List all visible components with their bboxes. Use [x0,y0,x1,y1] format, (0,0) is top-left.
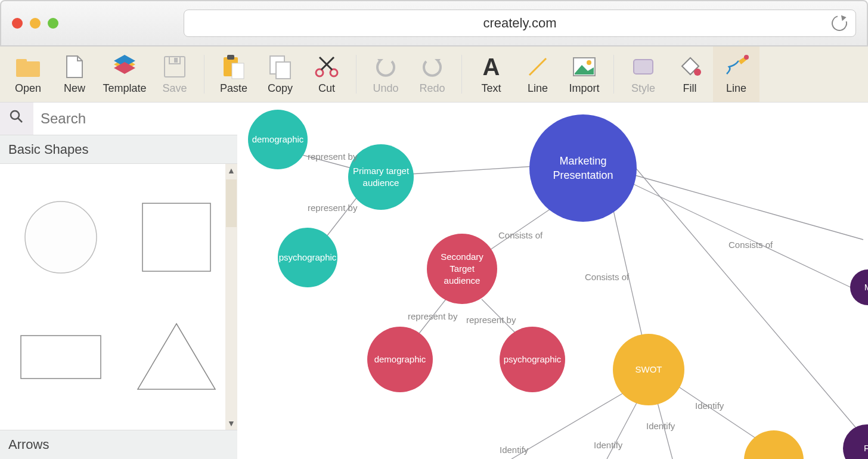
arrows-label: Arrows [8,437,49,452]
line-button[interactable]: Line [713,46,760,102]
pencil-icon [723,54,749,80]
node-marketing-presentation[interactable]: Marketing Presentation [529,114,637,222]
copy-label: Copy [268,82,293,95]
svg-rect-24 [21,336,101,379]
paste-button[interactable]: Paste [210,46,257,102]
node-label: SWOT [636,364,662,376]
node-psychographic2[interactable]: psychographic [500,327,565,392]
edge-label: Identify [695,401,724,411]
rectangle-shape[interactable] [6,300,116,413]
undo-label: Undo [373,82,398,95]
svg-rect-1 [16,59,27,65]
fill-label: Fill [683,82,697,95]
edge-label: Consists of [498,230,542,240]
search-icon[interactable] [0,109,33,129]
open-label: Open [15,82,41,95]
save-button[interactable]: Save [151,46,198,102]
paste-icon [221,54,246,80]
edge-label: Identify [500,445,528,455]
scroll-thumb[interactable] [226,179,237,227]
circle-shape[interactable] [6,181,116,294]
node-label: P [864,442,868,454]
svg-line-12 [321,57,334,70]
redo-button[interactable]: Redo [409,46,455,102]
redo-icon [420,54,444,80]
scroll-down-icon[interactable]: ▼ [227,417,235,430]
edge-label: Consists of [585,272,629,282]
sidebar: Basic Shapes ▲ ▼ Arrows [0,103,237,459]
canvas[interactable]: demographic Primary target audience psyc… [237,103,868,459]
window-controls [12,18,58,29]
svg-point-20 [11,111,19,119]
square-shape[interactable] [122,181,231,294]
basic-shapes-header[interactable]: Basic Shapes [0,135,237,164]
import-icon [571,54,597,80]
undo-button[interactable]: Undo [362,46,409,102]
svg-point-22 [25,201,97,273]
node-label: demographic [374,353,426,365]
new-button[interactable]: New [51,46,98,102]
line-tool-button[interactable]: Line [514,46,561,102]
scroll-up-icon[interactable]: ▲ [227,164,235,177]
svg-line-14 [529,58,546,75]
import-button[interactable]: Import [561,46,607,102]
close-window-icon[interactable] [12,18,23,29]
svg-line-30 [631,174,863,240]
shapes-panel: ▲ ▼ [0,164,237,430]
fill-icon [677,54,702,80]
style-button[interactable]: Style [620,46,666,102]
minimize-window-icon[interactable] [30,18,41,29]
node-label: Secondary Target audience [430,251,494,287]
paste-label: Paste [220,82,247,95]
node-psychographic1[interactable]: psychographic [278,228,337,287]
basic-shapes-label: Basic Shapes [8,142,89,157]
svg-line-21 [18,118,22,122]
new-label: New [64,82,85,95]
separator [461,55,462,94]
edge-label: Consists of [728,240,773,250]
arrows-header[interactable]: Arrows [0,430,237,459]
url-text: creately.com [483,15,556,31]
save-label: Save [162,82,187,95]
cut-button[interactable]: Cut [303,46,350,102]
triangle-shape[interactable] [122,300,231,413]
save-icon [163,54,186,80]
svg-point-18 [694,69,701,76]
svg-rect-4 [174,58,178,63]
node-demographic1[interactable]: demographic [248,110,308,169]
separator [356,55,356,94]
copy-button[interactable]: Copy [257,46,303,102]
reload-icon[interactable] [829,13,850,34]
node-demographic2[interactable]: demographic [367,327,433,392]
toolbar: Open New Template Save Paste Copy C [0,46,868,103]
shapes-scrollbar[interactable]: ▲ ▼ [225,164,237,430]
address-bar[interactable]: creately.com [184,10,856,37]
line-label: Line [726,82,746,95]
edge-label: represent by [466,315,516,325]
separator [613,55,614,94]
template-button[interactable]: Template [98,46,151,102]
open-button[interactable]: Open [5,46,51,102]
maximize-window-icon[interactable] [48,18,58,29]
text-button[interactable]: A Text [468,46,514,102]
scissors-icon [314,54,340,80]
node-label: M [864,281,868,293]
node-secondary-audience[interactable]: Secondary Target audience [427,234,497,304]
edge-label: represent by [308,151,357,162]
node-label: demographic [252,134,304,145]
cut-label: Cut [318,82,335,95]
node-label: Marketing Presentation [533,154,633,183]
svg-line-36 [672,383,762,442]
line-tool-label: Line [528,82,548,95]
svg-rect-17 [634,60,653,74]
node-primary-audience[interactable]: Primary target audience [348,144,414,210]
edge-label: represent by [408,311,457,321]
svg-rect-23 [142,203,210,271]
svg-point-19 [744,55,749,60]
search-input[interactable] [33,103,237,135]
svg-rect-7 [232,63,244,79]
node-label: psychographic [279,252,337,263]
template-icon [111,54,138,80]
node-swot[interactable]: SWOT [613,334,684,405]
fill-button[interactable]: Fill [666,46,713,102]
